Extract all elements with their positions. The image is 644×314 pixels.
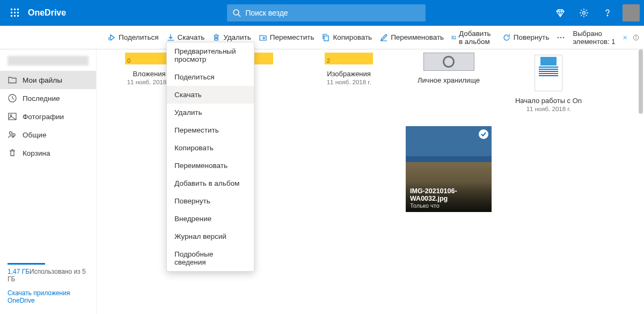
svg-rect-3 (11, 12, 12, 13)
download-label: Скачать (178, 33, 205, 41)
ctx-album[interactable]: Добавить в альбом (167, 174, 254, 192)
sidebar-item-photos[interactable]: Фотографии (0, 107, 96, 126)
help-icon[interactable] (599, 4, 616, 21)
ctx-rotate[interactable]: Повернуть (167, 192, 254, 210)
rename-button[interactable]: Переименовать (379, 33, 444, 42)
search-input[interactable] (245, 9, 420, 17)
svg-rect-1 (14, 9, 16, 10)
svg-point-11 (583, 12, 586, 14)
photo-item-selected[interactable]: IMG-20210106-WA0032.jpg Только что (406, 126, 492, 212)
svg-point-26 (13, 134, 15, 136)
item-name: Личное хранилище (418, 76, 480, 84)
ctx-details[interactable]: Подробные сведения (167, 245, 254, 271)
storage-text: 1,47 ГБИспользовано из 5 ГБ (8, 268, 89, 283)
settings-icon[interactable] (575, 4, 592, 21)
vault-icon (423, 53, 474, 71)
rename-label: Переименовать (391, 33, 444, 41)
vault-item[interactable]: Личное хранилище (406, 53, 492, 112)
user-name-blurred (8, 56, 89, 65)
move-label: Переместить (270, 33, 314, 41)
item-name: Начало работы с On (515, 97, 582, 105)
sidebar-item-myfiles[interactable]: Мои файлы (0, 71, 96, 89)
ctx-move[interactable]: Переместить (167, 121, 254, 139)
ctx-versions[interactable]: Журнал версий (167, 228, 254, 245)
folder-count: 0 (127, 57, 130, 64)
download-apps-link[interactable]: Скачать приложения OneDrive (8, 289, 89, 304)
svg-point-16 (558, 36, 559, 38)
svg-rect-8 (17, 15, 19, 17)
sidebar-label: Общие (23, 131, 46, 139)
item-name: Вложения (133, 70, 166, 78)
check-icon[interactable] (479, 129, 488, 139)
ctx-share[interactable]: Поделиться (167, 68, 254, 86)
selection-count: Выбрано элементов: 1 (573, 30, 617, 46)
photo-caption: IMG-20210106-WA0032.jpg Только что (406, 182, 492, 212)
context-menu: Предварительный просмотр Поделиться Скач… (166, 42, 254, 272)
scrollbar[interactable] (639, 49, 643, 314)
item-date: 11 нояб. 2018 г. (327, 79, 371, 85)
item-date: 11 нояб. 2018 г. (127, 79, 172, 85)
item-date: 11 нояб. 2018 г. (526, 106, 571, 112)
storage-meter (8, 263, 45, 265)
storage-used: 1,47 ГБ (8, 268, 30, 275)
sidebar-label: Корзина (23, 149, 50, 157)
sidebar-label: Мои файлы (23, 76, 62, 84)
folder-item[interactable]: 2 Изображения 11 нояб. 2018 г. (306, 53, 392, 112)
document-item[interactable]: Начало работы с On 11 нояб. 2018 г. (506, 53, 591, 112)
search-box[interactable] (227, 4, 426, 21)
sidebar-item-recent[interactable]: Последние (0, 89, 96, 107)
document-icon (535, 55, 562, 91)
more-button[interactable] (557, 33, 565, 42)
svg-rect-2 (17, 9, 19, 10)
ctx-preview[interactable]: Предварительный просмотр (167, 42, 254, 68)
svg-rect-4 (14, 12, 16, 13)
ctx-rename[interactable]: Переименовать (167, 157, 254, 174)
svg-point-12 (607, 15, 608, 16)
photo-name: IMG-20210106-WA0032.jpg (410, 187, 487, 202)
rotate-button[interactable]: Повернуть (502, 33, 550, 42)
svg-point-17 (560, 36, 561, 38)
copy-label: Копировать (333, 33, 372, 41)
scrollbar-thumb[interactable] (639, 49, 643, 114)
ctx-copy[interactable]: Копировать (167, 139, 254, 157)
copy-button[interactable]: Копировать (321, 33, 372, 42)
share-button[interactable]: Поделиться (107, 33, 159, 42)
user-avatar[interactable] (623, 4, 640, 21)
command-bar: Поделиться Скачать Удалить Переместить К… (0, 26, 644, 49)
folder-count: 2 (327, 57, 330, 64)
svg-rect-7 (14, 15, 16, 17)
details-pane-icon[interactable] (633, 32, 639, 43)
folder-icon: 2 (325, 53, 373, 64)
svg-point-25 (10, 132, 12, 135)
sidebar-label: Фотографии (23, 113, 64, 121)
svg-point-18 (563, 36, 564, 38)
item-name: Изображения (327, 70, 371, 78)
share-label: Поделиться (119, 33, 159, 41)
svg-rect-0 (11, 9, 12, 10)
svg-rect-6 (11, 15, 12, 17)
brand-name[interactable]: OneDrive (28, 8, 66, 18)
premium-icon[interactable] (552, 4, 569, 21)
sidebar-item-shared[interactable]: Общие (0, 126, 96, 144)
svg-point-24 (10, 115, 12, 116)
app-launcher-icon[interactable] (4, 2, 26, 24)
sidebar-item-recycle[interactable]: Корзина (0, 144, 96, 162)
ctx-download[interactable]: Скачать (167, 86, 254, 104)
clear-selection-icon[interactable] (623, 33, 628, 42)
sidebar-label: Последние (23, 94, 60, 103)
ctx-delete[interactable]: Удалить (167, 104, 254, 121)
album-label: Добавить в альбом (459, 30, 495, 46)
move-button[interactable]: Переместить (259, 33, 314, 42)
add-album-button[interactable]: Добавить в альбом (451, 30, 495, 46)
app-header: OneDrive (0, 0, 644, 26)
ctx-embed[interactable]: Внедрение (167, 210, 254, 228)
search-icon (232, 9, 241, 17)
svg-line-10 (238, 14, 240, 17)
svg-point-21 (636, 36, 636, 36)
rotate-label: Повернуть (514, 33, 550, 41)
sidebar: Мои файлы Последние Фотографии Общие Кор… (0, 49, 97, 314)
photo-date: Только что (410, 202, 487, 209)
delete-button[interactable]: Удалить (212, 33, 251, 42)
download-button[interactable]: Скачать (166, 33, 205, 42)
delete-label: Удалить (223, 33, 251, 41)
